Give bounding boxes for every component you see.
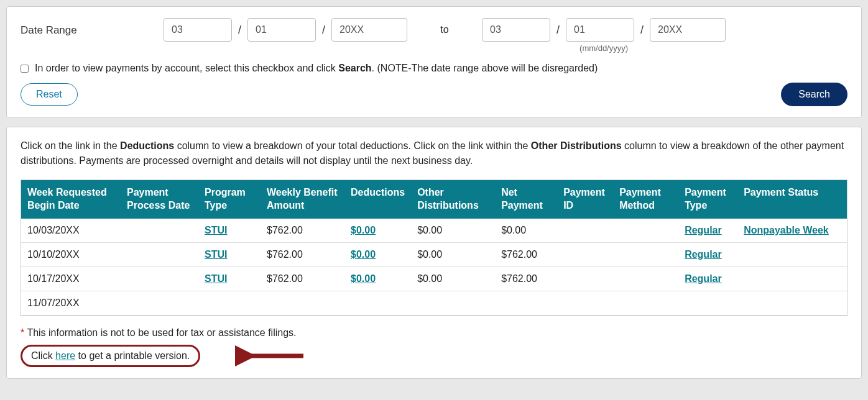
cell-payment-type-link[interactable]: Regular [685, 249, 722, 260]
cell-payment-method [613, 219, 678, 243]
cell-payment-type: Regular [678, 242, 737, 266]
to-date-col: / / (mm/dd/yyyy) [482, 18, 726, 53]
cell-process-date [121, 291, 198, 315]
cell-week-begin: 10/03/20XX [21, 219, 121, 243]
from-date-col: / / [164, 18, 407, 42]
cell-payment-id [557, 291, 613, 315]
col-other-dist: Other Distributions [411, 180, 495, 219]
view-by-account-checkbox[interactable] [21, 65, 29, 73]
cell-payment-type-link[interactable]: Regular [685, 273, 722, 284]
cell-payment-type: Regular [678, 266, 737, 291]
cell-payment-status [737, 242, 847, 266]
slash-separator: / [320, 24, 328, 37]
cell-other-dist [411, 291, 495, 315]
cell-net-payment: $762.00 [495, 242, 557, 266]
to-month-input[interactable] [482, 18, 550, 42]
from-month-input[interactable] [164, 18, 232, 42]
cell-other-dist: $0.00 [411, 242, 495, 266]
cell-net-payment: $762.00 [495, 266, 557, 291]
to-year-input[interactable] [650, 18, 726, 42]
cell-deductions-link[interactable]: $0.00 [351, 249, 376, 260]
printable-row: Click here to get a printable version. [21, 345, 847, 367]
col-payment-status: Payment Status [737, 180, 847, 219]
cell-deductions: $0.00 [344, 219, 411, 243]
cell-payment-status-link[interactable]: Nonpayable Week [744, 225, 829, 235]
cell-wba: $762.00 [261, 219, 344, 243]
to-day-input[interactable] [566, 18, 634, 42]
view-by-account-text: In order to view payments by account, se… [35, 63, 598, 74]
reset-button[interactable]: Reset [21, 83, 78, 106]
printable-suffix: to get a printable version. [75, 350, 190, 361]
cell-payment-type: Regular [678, 219, 737, 243]
cell-payment-status [737, 266, 847, 291]
button-row: Reset Search [21, 83, 847, 106]
cell-payment-id [557, 219, 613, 243]
payments-table-wrap: Week Requested Begin Date Payment Proces… [21, 180, 847, 316]
payments-table: Week Requested Begin Date Payment Proces… [21, 180, 847, 316]
printable-highlight-box: Click here to get a printable version. [21, 345, 200, 367]
cell-program-type-link[interactable]: STUI [205, 273, 227, 284]
cell-other-dist: $0.00 [411, 219, 495, 243]
date-range-row: Date Range / / to / / (mm/dd/yyyy) [21, 18, 847, 53]
cell-program-type: STUI [198, 219, 261, 243]
to-date-group: / / [482, 18, 726, 42]
cell-program-type-link[interactable]: STUI [205, 225, 227, 235]
cell-week-begin: 10/17/20XX [21, 266, 121, 291]
col-payment-type: Payment Type [678, 180, 737, 219]
col-week-begin: Week Requested Begin Date [21, 180, 121, 219]
annotation-arrow-icon [235, 343, 310, 368]
from-date-group: / / [164, 18, 407, 42]
printable-prefix: Click [31, 350, 55, 361]
instr-bold-other: Other Distributions [531, 140, 622, 151]
from-year-input[interactable] [331, 18, 407, 42]
cell-net-payment [495, 291, 557, 315]
table-row: 11/07/20XX [21, 291, 847, 315]
cell-payment-method [613, 266, 678, 291]
col-deductions: Deductions [344, 180, 411, 219]
cell-deductions [344, 291, 411, 315]
cell-wba [261, 291, 344, 315]
cell-program-type-link[interactable]: STUI [205, 249, 227, 260]
cell-process-date [121, 242, 198, 266]
cell-week-begin: 10/10/20XX [21, 242, 121, 266]
cell-payment-type [678, 291, 737, 315]
slash-separator: / [554, 24, 562, 37]
table-row: 10/03/20XXSTUI$762.00$0.00$0.00$0.00Regu… [21, 219, 847, 243]
cell-wba: $762.00 [261, 242, 344, 266]
col-payment-method: Payment Method [613, 180, 678, 219]
to-label: to [407, 18, 482, 35]
cell-payment-method [613, 242, 678, 266]
cell-payment-id [557, 242, 613, 266]
results-panel: Click on the link in the Deductions colu… [6, 127, 862, 379]
col-process-date: Payment Process Date [121, 180, 198, 219]
slash-separator: / [638, 24, 646, 37]
cell-deductions: $0.00 [344, 266, 411, 291]
cell-week-begin: 11/07/20XX [21, 291, 121, 315]
date-format-hint: (mm/dd/yyyy) [482, 43, 726, 53]
view-by-account-bold: Search [338, 63, 371, 73]
from-day-input[interactable] [247, 18, 316, 42]
cell-deductions-link[interactable]: $0.00 [351, 225, 376, 235]
cell-payment-status: Nonpayable Week [737, 219, 847, 243]
cell-deductions-link[interactable]: $0.00 [351, 273, 376, 284]
col-payment-id: Payment ID [557, 180, 613, 219]
cell-program-type [198, 291, 261, 315]
cell-program-type: STUI [198, 242, 261, 266]
cell-payment-method [613, 291, 678, 315]
table-row: 10/17/20XXSTUI$762.00$0.00$0.00$762.00Re… [21, 266, 847, 291]
cell-wba: $762.00 [261, 266, 344, 291]
cell-other-dist: $0.00 [411, 266, 495, 291]
printable-link[interactable]: here [55, 350, 75, 361]
cell-net-payment: $0.00 [495, 219, 557, 243]
search-button[interactable]: Search [781, 83, 847, 106]
instr-seg: column to view a breakdown of your total… [174, 140, 531, 151]
instructions-text: Click on the link in the Deductions colu… [21, 139, 847, 168]
tax-footnote: * This information is not to be used for… [21, 327, 847, 339]
view-by-account-row: In order to view payments by account, se… [21, 63, 847, 74]
footnote-text: This information is not to be used for t… [24, 327, 296, 338]
slash-separator: / [236, 24, 244, 37]
cell-payment-type-link[interactable]: Regular [685, 225, 722, 235]
cell-process-date [121, 219, 198, 243]
view-by-account-pre: In order to view payments by account, se… [35, 63, 338, 73]
col-program-type: Program Type [198, 180, 261, 219]
